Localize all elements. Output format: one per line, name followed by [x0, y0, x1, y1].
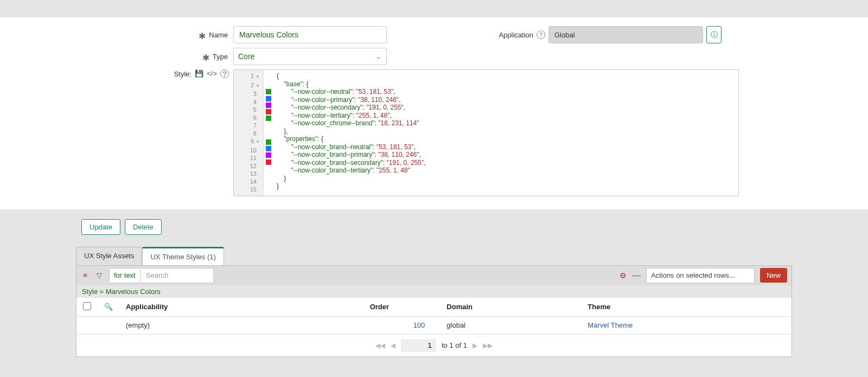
collapse-icon[interactable]: — — [632, 271, 641, 280]
next-page-icon[interactable]: ▶ — [473, 342, 477, 349]
col-domain[interactable]: Domain — [440, 298, 581, 317]
select-all-checkbox[interactable] — [83, 302, 91, 310]
required-icon: ✱ — [199, 31, 206, 41]
filter-icon[interactable]: ▽ — [95, 271, 104, 279]
col-applicability[interactable]: Applicability — [119, 298, 318, 317]
cell-domain: global — [440, 316, 581, 334]
name-label: ✱ Name — [60, 30, 233, 40]
filter-breadcrumb[interactable]: Style = Marvelous Colors — [76, 285, 792, 298]
search-icon[interactable]: 🔍 — [104, 303, 113, 311]
tab-ux-style-assets[interactable]: UX Style Assets — [76, 247, 142, 265]
application-label: Application — [499, 31, 533, 39]
name-input[interactable] — [233, 26, 387, 43]
type-select[interactable]: Core — [233, 48, 387, 65]
form-section: ✱ Name Application ? Global ⓘ ✱ Type Cor… — [0, 17, 868, 209]
required-icon: ✱ — [202, 53, 209, 63]
tab-ux-theme-styles[interactable]: UX Theme Styles (1) — [142, 247, 224, 265]
col-theme[interactable]: Theme — [581, 298, 792, 317]
list-search-input[interactable] — [141, 268, 214, 283]
prev-page-icon[interactable]: ◀ — [391, 342, 395, 349]
delete-button[interactable]: Delete — [125, 219, 162, 235]
first-page-icon[interactable]: ◀◀ — [375, 342, 385, 349]
cell-theme-link[interactable]: Marvel Theme — [588, 321, 633, 329]
page-number-input[interactable] — [401, 339, 436, 352]
cell-applicability: (empty) — [119, 316, 318, 334]
cell-order: 100 — [318, 316, 440, 334]
actions-select[interactable]: Actions on selected rows... — [646, 268, 755, 283]
help-icon[interactable]: ? — [220, 69, 229, 78]
menu-icon[interactable]: ≡ — [81, 271, 90, 279]
application-reference[interactable]: Global — [548, 26, 703, 43]
list-toolbar: ≡ ▽ for text ⚙ — Actions on selected row… — [76, 266, 792, 285]
related-list-table: 🔍 Applicability Order Domain Theme (empt… — [76, 298, 792, 334]
new-button[interactable]: New — [760, 268, 787, 283]
related-list-panel: ≡ ▽ for text ⚙ — Actions on selected row… — [76, 265, 792, 357]
pager: ◀◀ ◀ to 1 of 1 ▶ ▶▶ — [76, 334, 792, 356]
update-button[interactable]: Update — [81, 219, 120, 235]
last-page-icon[interactable]: ▶▶ — [483, 342, 493, 349]
type-label: ✱ Type — [60, 52, 233, 62]
pager-summary: to 1 of 1 — [442, 341, 467, 349]
save-icon[interactable]: 💾 — [195, 69, 203, 78]
table-row[interactable]: (empty) 100 global Marvel Theme — [76, 316, 792, 334]
style-code-editor[interactable]: 1 ▼2 ▼3 4 5 6 7 8 9 ▼10 11 12 13 14 15 {… — [233, 69, 739, 196]
style-label: Style: — [174, 70, 192, 78]
help-icon[interactable]: ? — [537, 30, 545, 39]
col-order[interactable]: Order — [318, 298, 440, 317]
info-button[interactable]: ⓘ — [706, 26, 722, 43]
search-mode-select[interactable]: for text — [109, 268, 141, 283]
gear-icon[interactable]: ⚙ — [620, 271, 627, 280]
code-icon[interactable]: </> — [207, 69, 217, 78]
